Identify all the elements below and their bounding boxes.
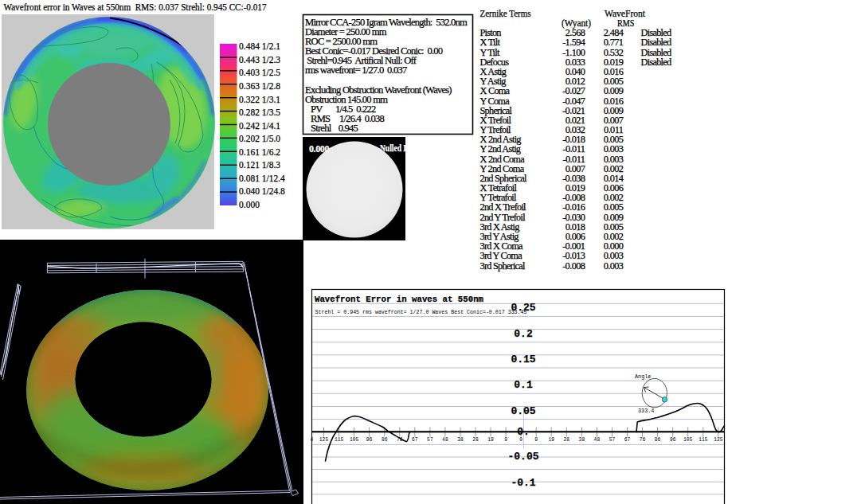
svg-text:0.282 1/3.5: 0.282 1/3.5 xyxy=(239,107,280,117)
svg-text:3rd Spherical: 3rd Spherical xyxy=(480,260,526,272)
svg-text:28: 28 xyxy=(564,437,570,443)
svg-text:19: 19 xyxy=(548,437,554,443)
svg-text:19: 19 xyxy=(487,437,494,443)
svg-text:0.05: 0.05 xyxy=(511,405,535,417)
svg-text:0.363 1/2.8: 0.363 1/2.8 xyxy=(239,81,280,91)
svg-text:9: 9 xyxy=(504,437,507,443)
svg-text:0.003: 0.003 xyxy=(604,260,624,272)
svg-text:76: 76 xyxy=(640,437,646,443)
svg-text:4: 4 xyxy=(311,437,314,443)
svg-text:0.484 1/2.1: 0.484 1/2.1 xyxy=(239,41,280,51)
svg-text:Angle: Angle xyxy=(635,373,651,380)
svg-text:0.121 1/8.3: 0.121 1/8.3 xyxy=(239,160,280,170)
svg-text:0.000: 0.000 xyxy=(309,143,329,154)
svg-text:0.161 1/6.2: 0.161 1/6.2 xyxy=(239,147,280,157)
svg-text:67: 67 xyxy=(412,437,418,443)
svg-text:0.202 1/5.0: 0.202 1/5.0 xyxy=(239,134,280,143)
svg-text:Wavefront Error in waves at 55: Wavefront Error in waves at 550nm xyxy=(315,295,483,304)
svg-text:0.1: 0.1 xyxy=(514,379,533,391)
svg-text:105: 105 xyxy=(683,437,693,443)
svg-text:48: 48 xyxy=(594,437,601,443)
svg-text:86: 86 xyxy=(382,437,388,443)
svg-text:67: 67 xyxy=(624,437,631,443)
svg-text:48: 48 xyxy=(442,437,448,443)
svg-text:86: 86 xyxy=(655,437,661,443)
svg-text:Strehl 0.945: Strehl 0.945 xyxy=(305,123,358,134)
svg-text:-0.1: -0.1 xyxy=(511,477,535,489)
svg-text:333.4: 333.4 xyxy=(638,408,654,414)
svg-text:125: 125 xyxy=(714,437,723,443)
svg-text:Nulled I: Nulled I xyxy=(380,143,406,154)
svg-text:0.322 1/3.1: 0.322 1/3.1 xyxy=(239,95,280,104)
svg-text:38: 38 xyxy=(579,437,585,443)
svg-text:96: 96 xyxy=(670,437,676,443)
svg-text:0.2: 0.2 xyxy=(514,328,533,340)
svg-text:0.242 1/4.1: 0.242 1/4.1 xyxy=(239,121,280,131)
svg-text:115: 115 xyxy=(335,437,344,443)
svg-text:0: 0 xyxy=(519,437,522,443)
svg-text:0.: 0. xyxy=(517,426,530,438)
svg-text:Disabled: Disabled xyxy=(641,57,671,68)
svg-text:105: 105 xyxy=(350,437,359,443)
svg-text:115: 115 xyxy=(699,437,708,443)
svg-text:rms wavefront= 1/27.0 0.037: rms wavefront= 1/27.0 0.037 xyxy=(305,64,407,76)
svg-text:Strehl = 0.945 rms wavefront=: Strehl = 0.945 rms wavefront= 1/27.0 Wav… xyxy=(315,309,527,315)
svg-text:125: 125 xyxy=(319,437,329,443)
svg-text:9: 9 xyxy=(534,437,538,443)
svg-text:Wavefront error in Waves at 55: Wavefront error in Waves at 550nm RMS: 0… xyxy=(4,2,267,13)
svg-text:0.081 1/12.4: 0.081 1/12.4 xyxy=(239,174,285,183)
svg-text:38: 38 xyxy=(457,437,464,443)
svg-text:Zernike Terms: Zernike Terms xyxy=(480,8,531,19)
svg-text:0.040 1/24.8: 0.040 1/24.8 xyxy=(239,186,285,196)
svg-text:0.15: 0.15 xyxy=(511,354,535,365)
svg-text:-0.008: -0.008 xyxy=(562,260,585,272)
svg-text:57: 57 xyxy=(609,437,616,443)
svg-text:57: 57 xyxy=(427,437,433,443)
svg-text:0.443 1/2.3: 0.443 1/2.3 xyxy=(239,55,280,64)
svg-text:96: 96 xyxy=(366,437,373,443)
svg-text:0.000: 0.000 xyxy=(239,200,260,209)
svg-text:0.403 1/2.5: 0.403 1/2.5 xyxy=(239,68,280,77)
svg-text:-0.05: -0.05 xyxy=(507,451,538,463)
svg-text:28: 28 xyxy=(472,437,479,443)
